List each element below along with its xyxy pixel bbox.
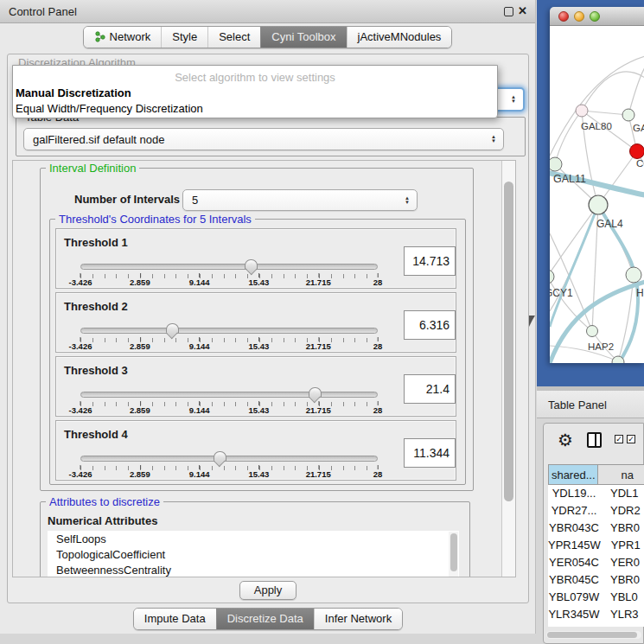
tab-impute-data[interactable]: Impute Data [134,609,216,629]
tab-jactivemnodules[interactable]: jActiveMNodules [347,27,452,48]
settings-scroll-viewport: Interval Definition Number of Intervals … [12,160,516,577]
dropdown-option-equal-width-frequency[interactable]: Equal Width/Frequency Discretization [13,101,497,117]
tab-cyni-toolbox[interactable]: Cyni Toolbox [260,27,346,48]
bottom-tabbar: Impute Data Discretize Data Infer Networ… [0,608,536,630]
node-gal4[interactable] [589,195,608,214]
threshold-3-value-field[interactable] [404,374,456,404]
column-header-name[interactable]: na [598,464,644,485]
node-label: GA [633,123,644,133]
checkbox-icon[interactable]: ✓ [627,435,635,443]
table-data-combobox[interactable]: galFiltered.sif default node ▲▼ [23,128,504,150]
tab-style[interactable]: Style [161,27,207,48]
node-label: GAL4 [596,218,623,230]
slider-thumb[interactable] [214,451,226,466]
node-ga[interactable] [622,109,634,121]
table-row[interactable]: YBR043CYBR0 [548,520,644,537]
apply-button[interactable]: Apply [239,581,296,600]
dropdown-hint: Select algorithm to view settings [13,66,497,86]
minimize-traffic-light-icon[interactable] [574,11,584,22]
node-table: shared... na YDL19...YDL1 YDR27...YDR2 Y… [548,464,644,627]
node-label: C [636,158,643,169]
table-toolbar: ⚙ ✓ ✓ [544,424,643,460]
table-row[interactable]: YDL19...YDL1 [548,485,644,502]
network-icon [94,31,105,42]
list-item[interactable]: SelfLoops [48,531,459,546]
combo-stepper-icon: ▲▼ [511,95,516,104]
numerical-attributes-list: SelfLoops TopologicalCoefficient Between… [48,531,459,577]
slider-thumb[interactable] [166,323,179,338]
table-panel-window: ⚙ ✓ ✓ shared... na YDL19...YDL1 YDR27...… [543,423,644,644]
table-row[interactable]: YIL053CYIL0 [548,623,644,627]
node-red-selected[interactable] [630,144,644,159]
node-label: GAL80 [581,121,612,131]
network-view-window: GAL80 GA C GAL11 GAL4 GCY1 H HAP2 [550,7,644,363]
combo-stepper-icon: ▲▼ [491,135,496,143]
numerical-attributes-label: Numerical Attributes [48,514,157,527]
threshold-2-value-field[interactable] [404,310,456,340]
slider-track[interactable] [80,456,378,462]
node-h[interactable] [626,267,641,283]
tab-select[interactable]: Select [207,27,260,48]
zoom-traffic-light-icon[interactable] [590,11,600,22]
attributes-legend: Attributes to discretize [46,495,163,508]
threshold-1-value-field[interactable] [404,246,456,276]
scrollbar-thumb[interactable] [547,632,637,638]
panel-title: Control Panel [9,5,77,18]
num-intervals-label: Number of Intervals [74,193,180,206]
split-column-icon[interactable] [587,432,602,448]
table-horizontal-scrollbar[interactable] [546,631,641,639]
num-intervals-combobox[interactable]: 5 ▲▼ [182,189,418,211]
column-header-shared[interactable]: shared... [548,464,598,485]
threshold-2-panel: Threshold 2 -3.426 2.859 9.144 15.43 21.… [55,292,456,353]
table-row[interactable]: YBR045CYBR0 [548,571,644,589]
table-data-group: Table Data galFiltered.sif default node … [16,117,526,156]
close-icon[interactable]: ✕ [518,4,527,17]
network-window-titlebar[interactable] [550,7,644,26]
num-intervals-value: 5 [192,194,198,207]
slider-thumb[interactable] [245,259,258,274]
float-window-icon[interactable] [504,7,513,16]
tab-discretize-data[interactable]: Discretize Data [216,609,314,629]
slider-thumb[interactable] [309,387,322,402]
table-row[interactable]: YBL079WYBL0 [548,589,644,606]
checkbox-icon[interactable]: ✓ [615,435,623,443]
node-gal80[interactable] [576,105,588,117]
node-gcy1[interactable] [550,270,554,284]
right-zone: GAL80 GA C GAL11 GAL4 GCY1 H HAP2 Table … [537,0,644,644]
table-panel-titlebar: Table Panel [537,391,644,418]
tab-infer-network[interactable]: Infer Network [314,609,402,629]
slider-track[interactable] [80,328,378,334]
list-item[interactable]: TopologicalCoefficient [48,546,459,562]
slider-track[interactable] [80,264,378,270]
tab-network[interactable]: Network [84,27,162,48]
dropdown-option-manual-discretization[interactable]: Manual Discretization [13,86,497,101]
close-traffic-light-icon[interactable] [558,11,569,22]
network-graph: GAL80 GA C GAL11 GAL4 GCY1 H HAP2 [550,26,644,363]
node-gal11[interactable] [550,157,562,171]
attributes-group: Attributes to discretize Numerical Attri… [40,501,470,577]
thresholds-group: Threshold's Coordinates for 5 Intervals … [49,219,466,485]
node-hap2[interactable] [587,326,598,337]
interval-definition-legend: Interval Definition [46,162,139,175]
threshold-4-panel: Threshold 4 -3.426 2.859 9.144 15.43 21.… [55,420,456,481]
interval-definition-group: Interval Definition Number of Intervals … [40,168,474,491]
thresholds-legend: Threshold's Coordinates for 5 Intervals [55,213,255,226]
table-row[interactable]: YLR345WYLR3 [548,606,644,623]
node-label: GCY1 [550,287,573,299]
slider-track[interactable] [80,392,378,398]
main-scrollbar[interactable] [501,161,515,577]
control-panel-titlebar: Control Panel ✕ [0,0,535,23]
table-row[interactable]: YDR27...YDR2 [548,502,644,520]
scrollbar-thumb[interactable] [504,182,513,501]
node-label: HAP2 [588,341,614,352]
combo-stepper-icon: ▲▼ [405,196,410,205]
table-panel-title: Table Panel [548,399,607,411]
table-row[interactable]: YER054CYER0 [548,554,644,571]
threshold-4-value-field[interactable] [404,438,456,468]
table-row[interactable]: YPR145WYPR1 [548,537,644,554]
list-item[interactable]: BetweennessCentrality [48,562,459,577]
threshold-3-panel: Threshold 3 -3.426 2.859 9.144 15.43 21.… [55,356,456,417]
gear-icon[interactable]: ⚙ [558,430,573,450]
network-canvas[interactable]: GAL80 GA C GAL11 GAL4 GCY1 H HAP2 [550,26,644,363]
list-scrollbar[interactable] [449,532,458,577]
